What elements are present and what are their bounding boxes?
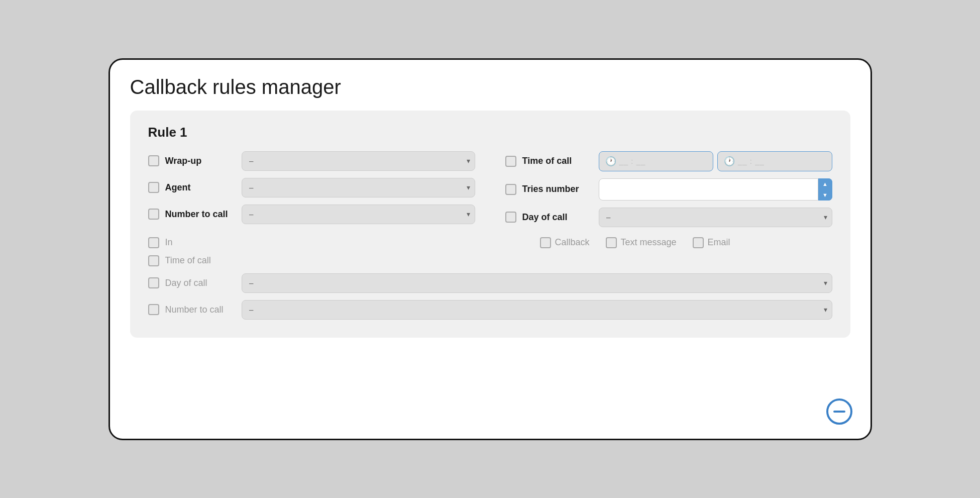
number-to-call-lower-checkbox[interactable] — [148, 304, 159, 315]
text-message-label: Text message — [621, 237, 677, 248]
time-of-call-label: Time of call — [522, 156, 593, 166]
number-to-call-lower-label: Number to call — [165, 305, 236, 315]
rule-title: Rule 1 — [148, 125, 832, 140]
day-of-call-lower-select-wrapper: – ▾ — [242, 273, 832, 293]
time-of-call-checkbox[interactable] — [505, 156, 516, 167]
day-of-call-lower-label: Day of call — [165, 278, 236, 288]
tries-number-input-wrapper: ▲ ▼ — [599, 178, 832, 201]
wrap-up-label: Wrap-up — [165, 156, 236, 166]
in-label: In — [165, 237, 236, 248]
agent-row: Agent – ▾ — [148, 178, 475, 197]
agent-label: Agent — [165, 182, 236, 193]
number-to-call-left-row: Number to call – ▾ — [148, 205, 475, 224]
wrap-up-row: Wrap-up – ▾ — [148, 151, 475, 171]
time-of-call-lower-label: Time of call — [165, 255, 236, 266]
remove-rule-button[interactable] — [826, 399, 852, 425]
day-of-call-right-select-wrapper: – ▾ — [599, 208, 832, 227]
wrap-up-select-wrapper: – ▾ — [242, 151, 475, 171]
tries-number-input[interactable] — [599, 178, 818, 201]
time-of-call-row: Time of call 🕐 __ : __ 🕐 __ : __ — [505, 151, 832, 171]
text-message-channel-item: Text message — [606, 237, 677, 248]
number-to-call-left-checkbox[interactable] — [148, 209, 159, 220]
tries-number-row: Tries number ▲ ▼ — [505, 178, 832, 201]
time-end-value: __ : __ — [738, 157, 765, 165]
rule-card: Rule 1 Wrap-up – ▾ — [130, 111, 850, 338]
spinner-buttons: ▲ ▼ — [818, 178, 832, 201]
lower-section: In Callback Text message Email — [148, 237, 832, 320]
email-checkbox[interactable] — [693, 237, 704, 248]
number-to-call-lower-row: Number to call – ▾ — [148, 300, 832, 320]
time-input-group: 🕐 __ : __ 🕐 __ : __ — [599, 151, 832, 171]
day-of-call-right-select[interactable]: – — [599, 208, 832, 227]
clock-icon: 🕐 — [724, 156, 735, 167]
email-label: Email — [708, 237, 730, 248]
main-container: Callback rules manager Rule 1 Wrap-up – … — [108, 58, 872, 440]
number-to-call-left-select[interactable]: – — [242, 205, 475, 224]
clock-icon: 🕐 — [605, 156, 616, 167]
tries-number-checkbox[interactable] — [505, 184, 516, 195]
page-title: Callback rules manager — [130, 76, 850, 98]
text-message-checkbox[interactable] — [606, 237, 617, 248]
day-of-call-right-checkbox[interactable] — [505, 212, 516, 223]
left-form-section: Wrap-up – ▾ Agent – — [148, 151, 475, 227]
agent-select[interactable]: – — [242, 178, 475, 197]
day-of-call-lower-select[interactable]: – — [242, 273, 832, 293]
in-channels-row: In Callback Text message Email — [148, 237, 832, 248]
time-of-call-lower-row: Time of call — [148, 255, 832, 266]
time-start-value: __ : __ — [619, 157, 646, 165]
email-channel-item: Email — [693, 237, 730, 248]
channel-row: Callback Text message Email — [540, 237, 832, 248]
number-to-call-left-select-wrapper: – ▾ — [242, 205, 475, 224]
callback-channel-item: Callback — [540, 237, 590, 248]
rule-grid: Wrap-up – ▾ Agent – — [148, 151, 832, 227]
spinner-down-button[interactable]: ▼ — [818, 189, 832, 201]
number-to-call-lower-select-wrapper: – ▾ — [242, 300, 832, 320]
minus-icon — [833, 411, 845, 413]
callback-label: Callback — [555, 237, 590, 248]
right-form-section: Time of call 🕐 __ : __ 🕐 __ : __ — [505, 151, 832, 227]
day-of-call-lower-row: Day of call – ▾ — [148, 273, 832, 293]
time-input-start[interactable]: 🕐 __ : __ — [599, 151, 714, 171]
number-to-call-left-label: Number to call — [165, 209, 236, 220]
wrap-up-select[interactable]: – — [242, 151, 475, 171]
spinner-up-button[interactable]: ▲ — [818, 178, 832, 189]
tries-number-label: Tries number — [522, 184, 593, 194]
day-of-call-right-label: Day of call — [522, 212, 593, 223]
agent-checkbox[interactable] — [148, 182, 159, 193]
number-to-call-lower-select[interactable]: – — [242, 300, 832, 320]
time-input-end[interactable]: 🕐 __ : __ — [717, 151, 832, 171]
wrap-up-checkbox[interactable] — [148, 155, 159, 166]
time-of-call-lower-checkbox[interactable] — [148, 255, 159, 266]
day-of-call-right-row: Day of call – ▾ — [505, 208, 832, 227]
agent-select-wrapper: – ▾ — [242, 178, 475, 197]
callback-checkbox[interactable] — [540, 237, 551, 248]
day-of-call-lower-checkbox[interactable] — [148, 277, 159, 288]
in-checkbox[interactable] — [148, 237, 159, 248]
